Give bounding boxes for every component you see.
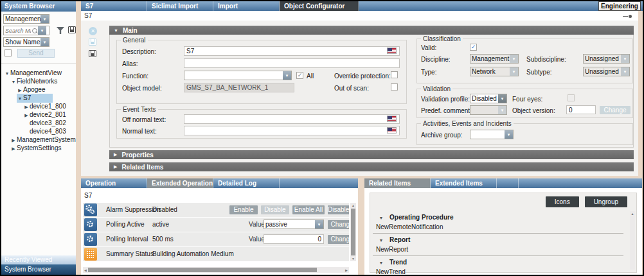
related-item[interactable]: NewRemoteNotification	[373, 222, 623, 232]
chevron-down-icon[interactable]: ▼	[4, 69, 10, 78]
send-checkbox[interactable]	[4, 49, 12, 56]
display-mode-selector[interactable]: Show Name ▼	[3, 37, 49, 47]
object-version-input[interactable]	[566, 105, 596, 114]
scroll-right-icon[interactable]: ▶	[344, 268, 349, 272]
chevron-right-icon[interactable]: ▶	[10, 144, 17, 153]
tab-extended-items[interactable]: Extended Items	[431, 178, 497, 188]
chevron-down-icon[interactable]: ▼	[621, 55, 629, 63]
discipline-selector[interactable]: Management Sys ▼	[470, 54, 519, 64]
search-box[interactable]: ▼	[3, 26, 49, 35]
scroll-up-icon[interactable]: ▲	[630, 211, 635, 216]
chevron-down-icon[interactable]: ▼	[17, 94, 23, 103]
close-icon[interactable]: ✕	[89, 27, 97, 35]
validation-profile-selector[interactable]: Disabled ▼	[470, 94, 507, 103]
chevron-down-icon[interactable]: ▼	[505, 130, 513, 139]
vertical-scrollbar[interactable]: ▲	[630, 211, 635, 270]
tree-item-s7[interactable]: ▼S7	[1, 94, 76, 102]
tab-detailed-log[interactable]: Detailed Log	[213, 178, 280, 188]
enable-all-button[interactable]: Enable All	[292, 205, 325, 214]
activities-legend: Activities, Events and Incidents	[421, 120, 514, 127]
tab-extended-operation[interactable]: Extended Operation	[147, 178, 213, 188]
tab-s7[interactable]: S7	[81, 1, 147, 11]
description-input[interactable]	[184, 46, 400, 56]
search-input[interactable]	[4, 26, 32, 35]
engineering-mode-button[interactable]: Engineering	[598, 1, 641, 11]
chevron-down-icon[interactable]: ▼	[621, 67, 629, 76]
scroll-down-icon[interactable]: ▼	[352, 256, 355, 261]
valid-checkbox[interactable]: ✓	[470, 44, 477, 51]
scrollbar-thumb[interactable]	[351, 209, 355, 255]
subdiscipline-selector[interactable]: Unassigned ▼	[583, 54, 630, 64]
pin-icon[interactable]	[623, 15, 632, 18]
tab-related-items[interactable]: Related Items	[364, 178, 431, 188]
tree-item-device1[interactable]: ▶device1_800	[1, 102, 76, 110]
horizontal-scrollbar[interactable]: ◀ ▶	[83, 267, 349, 273]
change-button[interactable]: Change	[328, 235, 349, 244]
icons-button[interactable]: Icons	[546, 196, 579, 207]
archive-group-selector[interactable]: ▼	[470, 130, 514, 139]
vertical-scrollbar[interactable]: ▲ ▼	[350, 203, 356, 261]
chevron-down-icon[interactable]: ▼	[378, 213, 384, 223]
alias-input[interactable]	[184, 58, 400, 68]
related-item[interactable]: NewReport	[373, 245, 623, 254]
tree-item-managementview[interactable]: ▼ManagementView	[1, 69, 76, 77]
group-report[interactable]: ▼Report	[373, 235, 623, 245]
disable-button[interactable]: Disable	[261, 205, 289, 214]
filter-icon[interactable]	[57, 27, 64, 34]
section-properties-header[interactable]: ▶ Properties	[109, 150, 634, 159]
out-of-scan-checkbox[interactable]	[391, 83, 398, 91]
change-version-button[interactable]: Change	[600, 106, 631, 114]
tree-item-managementsystem[interactable]: ▶ManagementSystem	[1, 135, 76, 144]
chevron-down-icon[interactable]: ▼	[378, 236, 384, 245]
override-protection-checkbox[interactable]	[391, 71, 398, 78]
change-button[interactable]: Change	[328, 220, 349, 229]
subtype-selector[interactable]: Unassigned ▼	[583, 67, 630, 76]
tree-item-device4[interactable]: device4_803	[1, 127, 76, 135]
save-icon[interactable]	[89, 39, 96, 46]
chevron-down-icon[interactable]: ▼	[40, 15, 49, 23]
off-normal-text-input[interactable]	[184, 114, 400, 124]
tree-item-fieldnetworks[interactable]: ▼FieldNetworks	[1, 77, 76, 85]
ungroup-button[interactable]: Ungroup	[585, 196, 627, 207]
chevron-down-icon[interactable]: ▼	[40, 38, 49, 46]
polling-active-selector[interactable]: passive ▼	[264, 220, 324, 229]
tree-item-systemsettings[interactable]: ▶SystemSettings	[1, 144, 76, 152]
group-operating-procedure[interactable]: ▼Operating Procedure	[373, 212, 623, 222]
tab-object-configurator[interactable]: Object Configurator	[280, 1, 359, 11]
save-as-icon[interactable]	[89, 50, 96, 57]
scroll-left-icon[interactable]: ◀	[83, 268, 88, 272]
view-selector[interactable]: Management V ▼	[3, 14, 49, 24]
section-related-items-header[interactable]: ▶ Related Items	[109, 162, 634, 171]
tab-import[interactable]: Import	[213, 1, 280, 11]
chevron-down-icon[interactable]: ▼	[283, 71, 291, 80]
chevron-down-icon[interactable]: ▼	[378, 258, 384, 268]
recently-viewed-bar[interactable]: Recently Viewed	[1, 255, 76, 264]
scroll-up-icon[interactable]: ▲	[352, 203, 355, 208]
tree-item-device2[interactable]: ▶device2_801	[1, 110, 76, 119]
scrollbar-thumb[interactable]	[88, 268, 317, 272]
tree-item-device3[interactable]: device3_802	[1, 119, 76, 127]
enable-button[interactable]: Enable	[229, 205, 258, 214]
tab-operation[interactable]: Operation	[81, 178, 147, 188]
chevron-down-icon[interactable]: ▼	[38, 26, 46, 35]
function-selector[interactable]: ▼	[184, 71, 292, 80]
section-main-header[interactable]: ▼ Main	[109, 26, 634, 35]
disable-all-button[interactable]: Disable All	[328, 205, 349, 214]
chevron-down-icon[interactable]: ▼	[315, 220, 323, 229]
chevron-down-icon[interactable]: ▼	[10, 78, 17, 86]
chevron-down-icon[interactable]: ▼	[510, 55, 518, 63]
group-trend[interactable]: ▼Trend	[373, 257, 623, 267]
search-icon	[32, 28, 38, 34]
tab-siclimat-import[interactable]: Siclimat Import	[147, 1, 213, 11]
related-item[interactable]: NewTrend	[373, 267, 623, 276]
save-icon[interactable]	[68, 26, 76, 33]
type-selector[interactable]: Network ▼	[470, 67, 519, 76]
chevron-down-icon[interactable]: ▼	[510, 67, 518, 76]
all-checkbox[interactable]: ✓	[296, 72, 303, 79]
tree-item-apogee[interactable]: ▶Apogee	[1, 85, 76, 94]
system-browser-bar[interactable]: System Browser	[1, 264, 76, 275]
send-button[interactable]: Send	[17, 49, 55, 58]
chevron-down-icon[interactable]: ▼	[498, 94, 506, 103]
polling-interval-input[interactable]	[264, 234, 324, 244]
normal-text-input[interactable]	[184, 126, 400, 135]
